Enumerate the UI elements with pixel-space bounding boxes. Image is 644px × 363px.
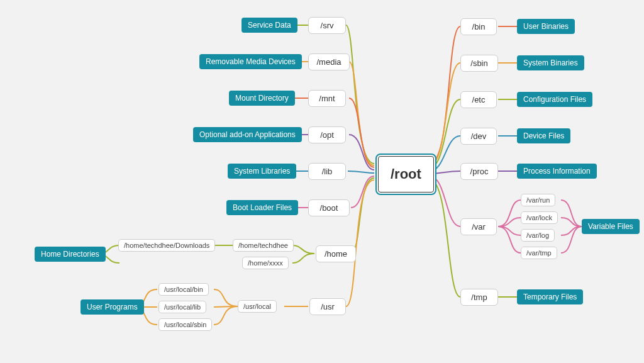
sub-var-run[interactable]: /var/run	[521, 194, 555, 206]
dir-tmp[interactable]: /tmp	[460, 289, 498, 306]
badge-srv: Service Data	[242, 18, 297, 33]
sub-var-log[interactable]: /var/log	[521, 229, 555, 242]
dir-boot[interactable]: /boot	[308, 199, 350, 216]
sub-var-tmp[interactable]: /var/tmp	[521, 247, 557, 259]
badge-opt: Optional add-on Applications	[193, 127, 302, 142]
badge-media: Removable Media Devices	[199, 54, 302, 69]
badge-lib: System Libraries	[228, 164, 296, 179]
badge-home: Home Directories	[35, 247, 106, 262]
root-node[interactable]: /root	[375, 154, 436, 195]
sub-home-downloads[interactable]: /home/techdhee/Downloads	[118, 239, 215, 252]
dir-usr[interactable]: /usr	[309, 298, 346, 315]
badge-sbin: System Binaries	[517, 55, 584, 70]
dir-etc[interactable]: /etc	[460, 91, 497, 108]
dir-media[interactable]: /media	[308, 53, 350, 70]
badge-boot: Boot Loader Files	[226, 200, 298, 215]
badge-var: Variable Files	[582, 219, 640, 234]
dir-opt[interactable]: /opt	[308, 126, 346, 143]
dir-home[interactable]: /home	[316, 245, 356, 262]
badge-mnt: Mount Directory	[229, 91, 295, 106]
dir-bin[interactable]: /bin	[460, 18, 497, 35]
dir-lib[interactable]: /lib	[308, 163, 346, 180]
dir-sbin[interactable]: /sbin	[460, 55, 498, 72]
sub-usr-local-lib[interactable]: /usr/local/lib	[158, 301, 206, 313]
dir-proc[interactable]: /proc	[460, 163, 498, 180]
sub-var-lock[interactable]: /var/lock	[521, 211, 558, 224]
sub-usr-local-bin[interactable]: /usr/local/bin	[158, 283, 209, 296]
dir-srv[interactable]: /srv	[308, 17, 346, 34]
sub-home-xxxx[interactable]: /home/xxxx	[242, 257, 289, 269]
sub-home-techdhee[interactable]: /home/techdhee	[233, 239, 294, 252]
dir-mnt[interactable]: /mnt	[308, 90, 346, 107]
badge-bin: User Binaries	[517, 19, 575, 34]
badge-tmp: Temporary Files	[517, 289, 583, 304]
badge-etc: Configuration Files	[517, 92, 592, 107]
dir-var[interactable]: /var	[460, 218, 497, 235]
badge-proc: Process Information	[517, 164, 597, 179]
badge-dev: Device Files	[517, 128, 570, 143]
sub-usr-local[interactable]: /usr/local	[238, 300, 277, 313]
badge-usr: User Programs	[80, 299, 144, 315]
dir-dev[interactable]: /dev	[460, 128, 497, 145]
sub-usr-local-sbin[interactable]: /usr/local/sbin	[158, 318, 212, 331]
